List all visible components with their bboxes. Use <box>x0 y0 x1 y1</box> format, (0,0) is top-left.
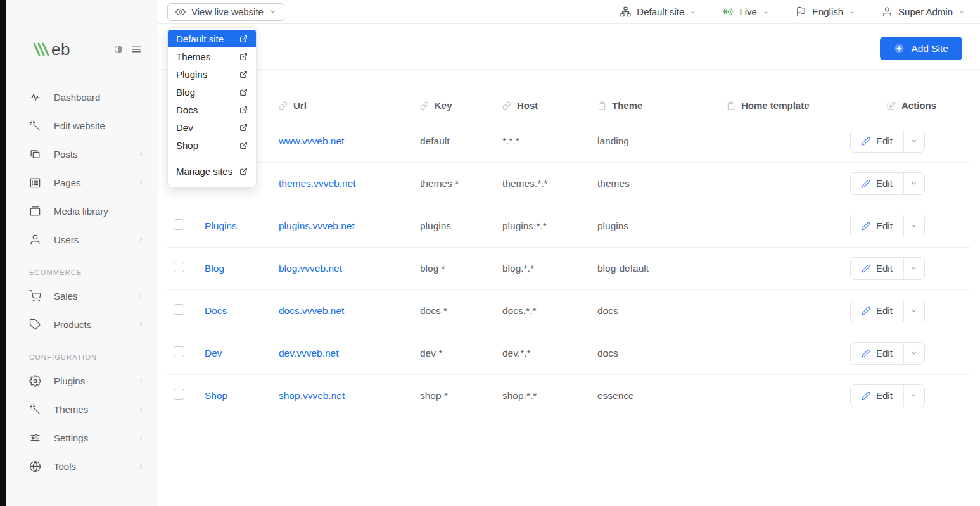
edit-button[interactable]: Edit <box>851 258 903 279</box>
edit-button[interactable]: Edit <box>851 385 903 407</box>
edit-button[interactable]: Edit <box>851 300 903 322</box>
column-header-key: Key <box>415 92 497 120</box>
site-home-template <box>719 247 843 289</box>
view-live-website-button[interactable]: View live website <box>167 3 284 21</box>
site-key: dev * <box>415 332 497 374</box>
table-row: Blog blog.vvveb.net blog * blog.*.* blog… <box>167 247 970 289</box>
live-menu-item-blog[interactable]: Blog <box>168 83 256 101</box>
live-menu-item-themes[interactable]: Themes <box>168 47 256 65</box>
edit-button[interactable]: Edit <box>851 343 903 364</box>
row-checkbox[interactable] <box>174 262 184 272</box>
table-row: Docs docs.vvveb.net docs * docs.*.* docs… <box>167 289 970 332</box>
row-checkbox[interactable] <box>174 389 184 400</box>
live-menu-item-manage-sites[interactable]: Manage sites <box>168 158 256 182</box>
table-row: Shop shop.vvveb.net shop * shop.*.* esse… <box>167 374 970 417</box>
column-header-theme: Theme <box>592 92 719 120</box>
site-name-link[interactable]: Blog <box>205 263 224 274</box>
table-row: www.vvveb.net default *.*.* landing Edit <box>167 120 970 162</box>
edit-dropdown-toggle[interactable] <box>903 215 924 237</box>
topbar-menu-default-site[interactable]: Default site <box>620 6 696 17</box>
link-icon <box>502 101 511 110</box>
sidebar-item-posts[interactable]: Posts <box>6 140 158 168</box>
live-menu-item-plugins[interactable]: Plugins <box>168 65 256 83</box>
sidebar-item-edit-website[interactable]: Edit website <box>6 111 158 140</box>
external-link-icon <box>239 141 248 149</box>
edit-dropdown-toggle[interactable] <box>903 300 924 322</box>
edit-button[interactable]: Edit <box>851 130 903 152</box>
row-actions: Edit <box>850 215 925 237</box>
sidebar-item-settings[interactable]: Settings <box>6 424 158 452</box>
sidebar-item-sales[interactable]: Sales <box>6 282 158 310</box>
add-site-button[interactable]: Add Site <box>880 37 962 60</box>
topbar-menu-live[interactable]: Live <box>723 6 769 17</box>
sites-table-body: www.vvveb.net default *.*.* landing Edit… <box>167 120 970 417</box>
site-theme: plugins <box>592 205 719 247</box>
site-url-link[interactable]: blog.vvveb.net <box>279 263 342 274</box>
table-row: Plugins plugins.vvveb.net plugins plugin… <box>167 205 970 247</box>
site-url-link[interactable]: docs.vvveb.net <box>279 305 344 316</box>
pencil-icon <box>862 222 870 231</box>
gear-icon <box>29 375 41 387</box>
site-host: shop.*.* <box>497 374 592 417</box>
site-key: shop * <box>415 374 497 417</box>
sidebar-item-plugins[interactable]: Plugins <box>6 367 158 395</box>
site-key: blog * <box>415 247 497 289</box>
sitemap-icon <box>620 6 631 17</box>
pencil-icon <box>862 179 870 188</box>
sidebar-item-dashboard[interactable]: Dashboard <box>6 83 158 111</box>
sidebar-section-label: CONFIGURATION <box>6 348 158 367</box>
contrast-icon[interactable] <box>114 45 123 54</box>
site-host: dev.*.* <box>497 332 592 374</box>
row-checkbox[interactable] <box>174 219 184 230</box>
eye-icon <box>175 7 186 17</box>
live-menu-item-shop[interactable]: Shop <box>168 136 256 154</box>
sidebar-item-media-library[interactable]: Media library <box>6 197 158 225</box>
site-url-link[interactable]: plugins.vvveb.net <box>279 220 355 231</box>
edit-dropdown-toggle[interactable] <box>903 173 924 194</box>
site-host: themes.*.* <box>497 162 592 205</box>
site-host: docs.*.* <box>497 289 592 332</box>
site-name-link[interactable]: Plugins <box>205 220 237 231</box>
row-checkbox[interactable] <box>174 346 184 357</box>
topbar-menu-english[interactable]: English <box>796 6 855 17</box>
live-menu-item-default-site[interactable]: Default site <box>168 30 256 47</box>
sidebar-item-users[interactable]: Users <box>6 225 158 254</box>
broadcast-icon <box>723 6 734 17</box>
view-live-dropdown-menu: Default site Themes Plugins Blog Docs De… <box>167 27 257 188</box>
site-name-link[interactable]: Shop <box>205 390 227 401</box>
site-theme: themes <box>592 162 719 205</box>
edit-button[interactable]: Edit <box>851 215 903 237</box>
site-url-link[interactable]: dev.vvveb.net <box>279 348 339 358</box>
logo-text: eb <box>51 40 70 60</box>
sidebar-item-themes[interactable]: Themes <box>6 395 158 424</box>
chevron-right-icon <box>137 434 144 441</box>
site-url-link[interactable]: themes.vvveb.net <box>279 178 355 189</box>
chevron-down-icon <box>690 9 696 15</box>
edit-button[interactable]: Edit <box>851 173 903 194</box>
globe-icon <box>29 460 41 472</box>
magic-wand-icon <box>29 403 41 415</box>
plus-circle-icon <box>894 43 905 54</box>
vvveb-logo[interactable]: eb <box>32 40 70 60</box>
edit-dropdown-toggle[interactable] <box>903 343 924 364</box>
edit-dropdown-toggle[interactable] <box>903 385 924 407</box>
sidebar-item-pages[interactable]: Pages <box>6 168 158 197</box>
user-icon <box>882 6 893 17</box>
row-actions: Edit <box>850 172 925 195</box>
edit-dropdown-toggle[interactable] <box>903 258 924 279</box>
edit-dropdown-toggle[interactable] <box>903 130 924 152</box>
site-url-link[interactable]: www.vvveb.net <box>279 136 344 146</box>
site-url-link[interactable]: shop.vvveb.net <box>279 390 345 401</box>
live-menu-item-dev[interactable]: Dev <box>168 118 256 136</box>
live-menu-item-docs[interactable]: Docs <box>168 101 256 118</box>
row-checkbox[interactable] <box>174 304 184 315</box>
clipboard-icon <box>727 101 735 110</box>
sidebar-item-products[interactable]: Products <box>6 310 158 339</box>
external-link-icon <box>239 123 248 132</box>
site-name-link[interactable]: Docs <box>205 305 227 316</box>
chevron-down-icon <box>910 180 917 187</box>
sidebar-item-tools[interactable]: Tools <box>6 452 158 481</box>
site-name-link[interactable]: Dev <box>205 348 222 358</box>
topbar-menu-super-admin[interactable]: Super Admin <box>882 6 965 17</box>
hamburger-icon[interactable] <box>130 44 142 55</box>
